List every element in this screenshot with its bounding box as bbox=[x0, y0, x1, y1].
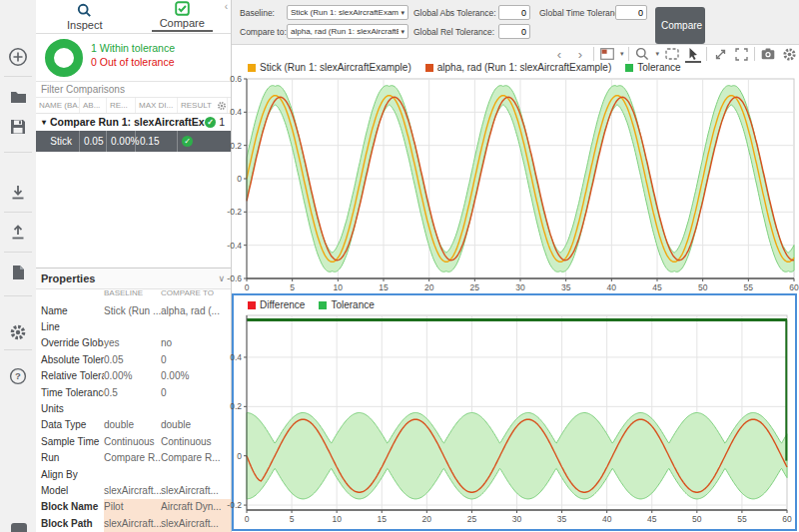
subplot-layout-icon[interactable] bbox=[599, 46, 615, 62]
settings-gear-icon[interactable] bbox=[0, 315, 36, 349]
properties-column-headers: BASELINE COMPARE TO bbox=[36, 288, 231, 301]
legend-item[interactable]: Difference bbox=[248, 299, 305, 310]
layout-dropdown-arrow-icon[interactable]: ▾ bbox=[620, 50, 624, 58]
simulation-data-inspector-window: ? Inspect Compare ‹ 1 Within tolerance 0… bbox=[0, 0, 799, 532]
compare-button[interactable]: Compare bbox=[655, 7, 705, 44]
group-pass-icon: ✓ bbox=[205, 117, 216, 128]
svg-text:0: 0 bbox=[237, 451, 242, 461]
baseline-col-header: BASELINE bbox=[104, 288, 161, 301]
help-icon[interactable]: ? bbox=[0, 359, 36, 393]
svg-text:0.2: 0.2 bbox=[230, 401, 242, 411]
svg-text:-0.6: -0.6 bbox=[227, 273, 242, 283]
svg-text:0.4: 0.4 bbox=[230, 107, 242, 117]
global-abs-tolerance-input[interactable] bbox=[498, 5, 530, 20]
properties-collapse-icon[interactable]: ∨ bbox=[218, 273, 225, 283]
comparison-group-row[interactable]: ▾ Compare Run 1: slexAircraftExa... ✓ 1 bbox=[36, 113, 231, 131]
cursor-tool-icon[interactable] bbox=[685, 45, 701, 63]
svg-text:5: 5 bbox=[290, 282, 295, 292]
difference-plot[interactable]: 051015202530354045505560-0.200.20.4 bbox=[230, 311, 795, 528]
out-of-tolerance-text: 0 Out of tolerance bbox=[91, 56, 174, 68]
within-tolerance-text: 1 Within tolerance bbox=[91, 42, 175, 54]
col-rel: RE... bbox=[107, 98, 136, 113]
snapshot-camera-icon[interactable] bbox=[760, 46, 776, 62]
zoom-dropdown-arrow-icon[interactable]: ▾ bbox=[655, 50, 659, 58]
tab-compare[interactable]: Compare bbox=[134, 0, 232, 33]
prop-row-units: Units bbox=[36, 400, 231, 416]
expander-icon[interactable]: ▾ bbox=[36, 118, 50, 127]
svg-text:30: 30 bbox=[512, 514, 522, 524]
svg-text:10: 10 bbox=[332, 514, 342, 524]
partial-rail-icon[interactable] bbox=[11, 523, 27, 532]
global-time-tolerance-input[interactable] bbox=[615, 5, 647, 20]
plot-toolbar: ‹ › ▾ ▾ bbox=[537, 44, 797, 64]
svg-text:5: 5 bbox=[290, 514, 295, 524]
col-name: NAME (BA... bbox=[36, 98, 80, 113]
global-rel-tolerance-input[interactable] bbox=[498, 24, 530, 39]
tab-compare-label: Compare bbox=[152, 17, 213, 32]
svg-text:45: 45 bbox=[647, 514, 657, 524]
svg-text:-0.2: -0.2 bbox=[227, 207, 242, 217]
svg-text:35: 35 bbox=[561, 282, 571, 292]
legend-swatch bbox=[248, 64, 256, 72]
save-icon[interactable] bbox=[0, 110, 36, 144]
inspect-magnifier-icon bbox=[77, 3, 92, 18]
prev-view-icon[interactable]: ‹ bbox=[551, 46, 567, 62]
global-rel-tolerance-label: Global Rel Tolerance: bbox=[413, 27, 494, 37]
filter-comparisons-label[interactable]: Filter Comparisons bbox=[41, 84, 125, 95]
zoom-icon[interactable] bbox=[634, 46, 650, 62]
import-download-icon[interactable] bbox=[0, 176, 36, 210]
svg-text:40: 40 bbox=[607, 282, 617, 292]
compare-to-dropdown[interactable]: alpha, rad (Run 1: slexAircraftExa ▾ bbox=[287, 24, 408, 39]
collapse-panel-icon[interactable]: ‹ bbox=[225, 1, 228, 12]
legend-item[interactable]: Tolerance bbox=[625, 62, 680, 73]
col-result: RESULT bbox=[178, 98, 218, 113]
tolerance-donut bbox=[45, 39, 83, 77]
svg-text:-0.2: -0.2 bbox=[227, 500, 242, 510]
expand-plot-icon[interactable] bbox=[712, 46, 728, 62]
prop-row-name: NameStick (Run ...alpha, rad (... bbox=[36, 302, 231, 318]
report-document-icon[interactable] bbox=[0, 256, 36, 289]
signal-name-cell: Stick bbox=[36, 131, 80, 152]
next-view-icon[interactable]: › bbox=[572, 46, 588, 62]
properties-header[interactable]: Properties ∨ bbox=[36, 267, 231, 289]
dropdown-arrow-icon: ▾ bbox=[400, 9, 404, 17]
svg-text:50: 50 bbox=[692, 514, 702, 524]
tolerance-status: 1 Within tolerance 0 Out of tolerance bbox=[36, 34, 231, 82]
svg-text:50: 50 bbox=[698, 282, 708, 292]
baseline-dropdown[interactable]: Stick (Run 1: slexAircraftExample ▾ bbox=[287, 5, 408, 20]
new-plus-icon[interactable] bbox=[0, 40, 36, 74]
prop-row-abs-tolerance: Absolute Tolerance0.050 bbox=[36, 351, 231, 367]
prop-row-alignby: Align By bbox=[36, 466, 231, 482]
svg-text:55: 55 bbox=[737, 514, 747, 524]
svg-text:20: 20 bbox=[424, 282, 434, 292]
svg-text:15: 15 bbox=[378, 514, 388, 524]
tab-inspect[interactable]: Inspect bbox=[36, 0, 134, 33]
panel-tabs: Inspect Compare bbox=[36, 0, 231, 34]
svg-text:0: 0 bbox=[245, 282, 250, 292]
row-pass-icon: ✓ bbox=[182, 136, 193, 147]
baseline-plot-legend: Stick (Run 1: slexAircraftExample) alpha… bbox=[248, 62, 681, 73]
col-maxdiff: MAX DI... bbox=[136, 98, 178, 113]
max-diff-cell: 0.15 bbox=[136, 131, 178, 152]
svg-text:25: 25 bbox=[470, 282, 480, 292]
prop-row-time-tolerance: Time Tolerance0.50 bbox=[36, 384, 231, 400]
prop-row-sampletime: Sample TimeContinuousContinuous bbox=[36, 433, 231, 449]
prop-row-datatype: Data Typedoubledouble bbox=[36, 417, 231, 433]
signal-comparison-row[interactable]: Stick 0.05 0.00% 0.15 ✓ bbox=[36, 131, 231, 152]
abs-tol-cell: 0.05 bbox=[80, 131, 107, 152]
prop-row-override: Override Global T...yesno bbox=[36, 335, 231, 351]
compare-checkbox-icon bbox=[175, 1, 190, 16]
fullscreen-icon[interactable] bbox=[733, 46, 749, 62]
baseline-compare-plot[interactable]: 051015202530354045505560-0.6-0.4-0.200.2… bbox=[225, 76, 799, 294]
legend-item[interactable]: Tolerance bbox=[319, 299, 374, 310]
prop-row-rel-tolerance: Relative Tolerance0.00%0.00% bbox=[36, 368, 231, 384]
open-folder-icon[interactable] bbox=[0, 80, 36, 114]
prop-row-run: RunCompare R...Compare R... bbox=[36, 450, 231, 466]
legend-item[interactable]: Stick (Run 1: slexAircraftExample) bbox=[248, 62, 411, 73]
plot-settings-gear-icon[interactable] bbox=[781, 46, 797, 62]
left-panel: Inspect Compare ‹ 1 Within tolerance 0 O… bbox=[36, 0, 232, 532]
comparisons-header-row: NAME (BA... AB... RE... MAX DI... RESULT bbox=[36, 97, 231, 114]
legend-item[interactable]: alpha, rad (Run 1: slexAircraftExample) bbox=[425, 62, 612, 73]
export-upload-icon[interactable] bbox=[0, 216, 36, 250]
fit-to-view-icon[interactable] bbox=[664, 46, 680, 62]
